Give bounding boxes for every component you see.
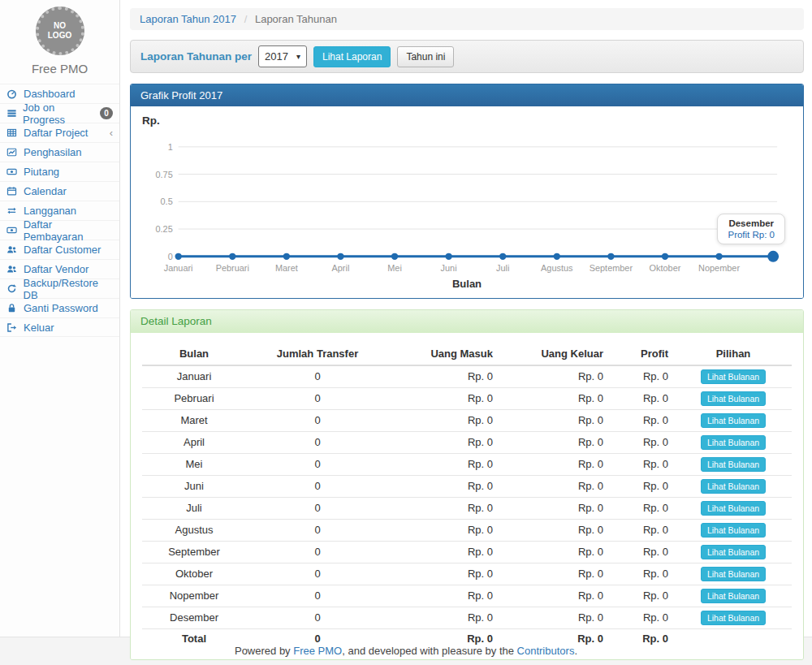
cell-profit: Rp. 0 — [610, 387, 675, 409]
cell-jumlah-transfer: 0 — [246, 475, 389, 497]
refresh-icon — [6, 283, 19, 294]
lihat-bulanan-button[interactable]: Lihat Bulanan — [701, 567, 766, 581]
lihat-bulanan-button[interactable]: Lihat Bulanan — [701, 545, 766, 559]
svg-text:Oktober: Oktober — [650, 263, 681, 273]
column-header-profit: Profit — [610, 343, 675, 365]
cell-jumlah-transfer: 0 — [246, 453, 389, 475]
cell-uang-keluar: Rp. 0 — [499, 541, 610, 563]
cell-profit: Rp. 0 — [610, 607, 675, 628]
lihat-laporan-button[interactable]: Lihat Laporan — [313, 46, 391, 67]
footer-text: . — [574, 645, 577, 657]
lihat-bulanan-button[interactable]: Lihat Bulanan — [701, 391, 766, 406]
lihat-bulanan-button[interactable]: Lihat Bulanan — [701, 479, 766, 494]
cell-uang-keluar: Rp. 0 — [499, 585, 610, 607]
sidebar-item-label: Calendar — [24, 185, 67, 197]
sidebar-item-job-on-progress[interactable]: Job on Progress0 — [0, 103, 119, 123]
lihat-bulanan-button[interactable]: Lihat Bulanan — [701, 413, 766, 428]
sidebar-item-label: Penghasilan — [24, 146, 82, 158]
logo-text: LOGO — [48, 31, 71, 41]
chart-tooltip: Desember Profit Rp: 0 — [717, 214, 785, 244]
cell-bulan: Nopember — [142, 585, 246, 607]
table-row: Pebruari0Rp. 0Rp. 0Rp. 0Lihat Bulanan — [142, 387, 792, 409]
cell-uang-keluar: Rp. 0 — [499, 563, 610, 585]
cell-profit: Rp. 0 — [610, 541, 675, 563]
users-icon — [6, 264, 19, 274]
cell-profit: Rp. 0 — [610, 519, 675, 541]
sidebar-item-daftar-pembayaran[interactable]: Daftar Pembayaran — [0, 220, 119, 240]
sidebar-item-label: Keluar — [24, 322, 54, 334]
cell-uang-masuk: Rp. 0 — [389, 585, 499, 607]
y-axis-unit-label: Rp. — [142, 114, 792, 129]
cell-jumlah-transfer: 0 — [246, 431, 389, 453]
svg-text:0: 0 — [168, 252, 173, 261]
table-row: Januari0Rp. 0Rp. 0Rp. 0Lihat Bulanan — [142, 365, 792, 388]
column-header-uang-keluar: Uang Keluar — [499, 343, 610, 365]
breadcrumb-separator: / — [244, 13, 248, 25]
svg-text:Januari: Januari — [164, 263, 193, 273]
money-icon — [6, 166, 19, 177]
chart-panel-title: Grafik Profit 2017 — [131, 84, 803, 106]
cell-profit: Rp. 0 — [610, 585, 675, 607]
lihat-bulanan-button[interactable]: Lihat Bulanan — [701, 589, 766, 603]
cell-uang-keluar: Rp. 0 — [499, 475, 610, 497]
table-row: Juni0Rp. 0Rp. 0Rp. 0Lihat Bulanan — [142, 475, 792, 497]
cell-uang-masuk: Rp. 0 — [389, 541, 499, 563]
cell-uang-masuk: Rp. 0 — [389, 519, 499, 541]
cell-profit: Rp. 0 — [610, 431, 675, 453]
cell-jumlah-transfer: 0 — [246, 585, 389, 607]
sidebar-item-daftar-vendor[interactable]: Daftar Vendor — [0, 259, 119, 279]
cell-profit: Rp. 0 — [610, 453, 675, 475]
breadcrumb-current: Laporan Tahunan — [255, 13, 337, 25]
sidebar-item-piutang[interactable]: Piutang — [0, 162, 119, 181]
main-content: Laporan Tahun 2017 / Laporan Tahunan Lap… — [120, 0, 812, 637]
lihat-bulanan-button[interactable]: Lihat Bulanan — [701, 501, 766, 516]
footer-link-freepmo[interactable]: Free PMO — [293, 645, 342, 657]
table-row: Agustus0Rp. 0Rp. 0Rp. 0Lihat Bulanan — [142, 519, 792, 541]
tahun-ini-button[interactable]: Tahun ini — [397, 46, 454, 67]
cell-uang-keluar: Rp. 0 — [499, 365, 610, 388]
year-select[interactable]: 2017 ▾ — [258, 45, 307, 67]
cell-bulan: Mei — [142, 453, 246, 475]
sidebar-item-backup-restore-db[interactable]: Backup/Restore DB — [0, 279, 119, 298]
sidebar-item-dashboard[interactable]: Dashboard — [0, 84, 119, 103]
tooltip-month: Desember — [728, 218, 775, 228]
svg-text:Mei: Mei — [387, 263, 402, 273]
sidebar-item-daftar-project[interactable]: Daftar Project‹ — [0, 123, 119, 142]
svg-text:April: April — [332, 263, 350, 273]
sidebar-item-daftar-customer[interactable]: Daftar Customer — [0, 240, 119, 259]
sidebar-item-langganan[interactable]: Langganan — [0, 201, 119, 220]
detail-panel-body: BulanJumlah TransferUang MasukUang Kelua… — [131, 333, 803, 659]
app-window: NO LOGO Free PMO DashboardJob on Progres… — [0, 0, 812, 637]
sidebar-item-ganti-password[interactable]: Ganti Password — [0, 298, 119, 317]
dashboard-icon — [6, 89, 19, 99]
lihat-bulanan-button[interactable]: Lihat Bulanan — [701, 611, 766, 625]
cell-profit: Rp. 0 — [610, 365, 675, 388]
sidebar-item-calendar[interactable]: Calendar — [0, 181, 119, 201]
sidebar-item-keluar[interactable]: Keluar — [0, 317, 119, 337]
tasks-icon — [6, 108, 18, 119]
total-bulan: Total — [142, 628, 246, 648]
lock-icon — [6, 303, 19, 313]
sidebar-item-label: Ganti Password — [24, 302, 98, 314]
cell-jumlah-transfer: 0 — [246, 519, 389, 541]
column-header-bulan: Bulan — [142, 343, 246, 365]
lihat-bulanan-button[interactable]: Lihat Bulanan — [701, 435, 766, 450]
detail-table: BulanJumlah TransferUang MasukUang Kelua… — [142, 343, 792, 648]
lihat-bulanan-button[interactable]: Lihat Bulanan — [701, 369, 766, 384]
filter-label: Laporan Tahunan per — [140, 50, 252, 63]
sidebar: NO LOGO Free PMO DashboardJob on Progres… — [0, 0, 120, 637]
detail-panel-title: Detail Laporan — [131, 310, 803, 333]
svg-text:Juni: Juni — [441, 263, 457, 273]
sidebar-item-penghasilan[interactable]: Penghasilan — [0, 142, 119, 162]
footer-text: , and developed with pleasure by the — [342, 645, 516, 657]
users-icon — [6, 244, 19, 255]
breadcrumb-link-laporan-tahun[interactable]: Laporan Tahun 2017 — [140, 13, 236, 25]
cell-bulan: April — [142, 431, 246, 453]
cell-uang-keluar: Rp. 0 — [499, 453, 610, 475]
sidebar-item-label: Daftar Customer — [24, 244, 101, 256]
lihat-bulanan-button[interactable]: Lihat Bulanan — [701, 523, 766, 538]
svg-text:0.5: 0.5 — [161, 196, 173, 206]
footer-link-contributors[interactable]: Contributors — [517, 645, 575, 657]
lihat-bulanan-button[interactable]: Lihat Bulanan — [701, 457, 766, 472]
table-row: September0Rp. 0Rp. 0Rp. 0Lihat Bulanan — [142, 541, 792, 563]
